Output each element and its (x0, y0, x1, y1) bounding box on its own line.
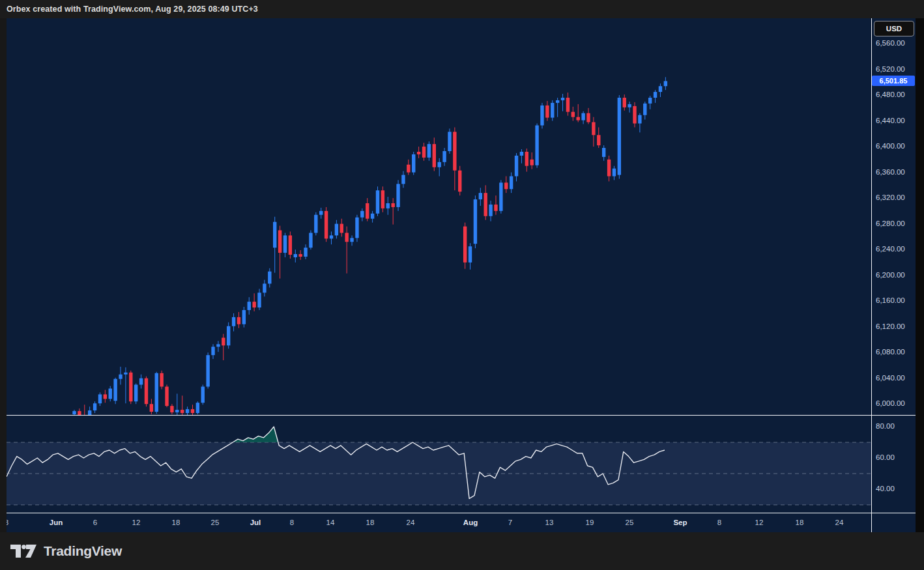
price-tick-label: 6,560.00 (876, 39, 905, 47)
candle-body (540, 106, 543, 126)
candle-body (427, 144, 431, 158)
candle-body (201, 387, 205, 403)
candle-body (366, 203, 369, 219)
candle-body (319, 211, 323, 215)
time-tick-label: 18 (366, 513, 375, 532)
time-tick-label: 25 (626, 513, 634, 532)
candle-body (494, 205, 497, 211)
candle-body (545, 106, 549, 118)
candle-body (437, 162, 440, 167)
candle-body (309, 233, 312, 248)
candle-body (664, 81, 667, 86)
candle-body (535, 125, 538, 165)
candle-body (72, 411, 76, 414)
candle-body (191, 409, 194, 413)
rsi-pane[interactable] (7, 415, 871, 513)
price-axis[interactable]: USD 6,501.85 6,560.006,520.006,480.006,4… (871, 18, 916, 532)
candle-body (360, 211, 364, 218)
candle-body (391, 203, 394, 207)
candle-body (222, 337, 225, 345)
candle-body (257, 292, 261, 307)
time-tick-label: 24 (407, 513, 415, 532)
candle-body (648, 98, 652, 104)
candle-body (525, 152, 528, 166)
tradingview-logo[interactable]: TradingView (10, 543, 122, 559)
price-tick-label: 6,120.00 (876, 322, 905, 330)
candle-body (165, 387, 168, 406)
candle-body (510, 177, 513, 190)
candle-body (463, 227, 467, 263)
candle-body (613, 169, 616, 177)
price-tick-label: 6,280.00 (876, 220, 905, 227)
candle-body (350, 238, 353, 242)
candle-body (484, 193, 487, 216)
candle-body (453, 132, 456, 170)
candle-body (556, 100, 559, 103)
candle-body (325, 211, 328, 238)
candle-body (93, 403, 96, 410)
candle-body (268, 272, 271, 284)
candle-body (98, 394, 102, 403)
price-tick-label: 6,200.00 (876, 271, 905, 279)
time-tick-label: 12 (755, 513, 764, 532)
candle-body (119, 375, 122, 379)
candle-body (298, 254, 302, 257)
candle-body (371, 214, 374, 219)
price-tick-label: 6,400.00 (876, 142, 905, 150)
rsi-chart (7, 415, 871, 513)
price-pane[interactable] (7, 18, 871, 415)
candle-body (273, 222, 276, 248)
candle-body (515, 156, 518, 177)
time-tick-label: Aug (463, 513, 478, 532)
time-tick-label: 18 (172, 513, 180, 532)
candle-body (561, 98, 564, 100)
time-axis[interactable]: 3Jun6121825Jul8141824Aug7131925Sep812182… (7, 513, 924, 532)
time-tick-label: 19 (586, 513, 594, 532)
time-tick-label: 8 (717, 513, 721, 532)
candle-body (530, 160, 534, 165)
time-tick-label: 24 (835, 513, 844, 532)
candle-body (407, 165, 410, 173)
candle-body (88, 410, 91, 415)
candle-body (237, 317, 240, 324)
candle-body (597, 135, 600, 145)
candle-body (170, 406, 173, 412)
pane-separator[interactable] (7, 415, 924, 416)
candle-body (227, 326, 230, 346)
candle-body (345, 233, 348, 242)
price-tick-label: 6,440.00 (876, 117, 905, 124)
candle-body (340, 224, 343, 233)
price-tick-label: 6,520.00 (876, 65, 905, 73)
candle-body (448, 132, 451, 151)
candle-body (643, 104, 646, 115)
price-tick-label: 6,160.00 (876, 296, 905, 304)
price-tick-label: 6,000.00 (876, 399, 905, 407)
tradingview-logo-icon (10, 544, 38, 559)
candle-body (376, 190, 379, 214)
candle-body (638, 115, 641, 124)
price-tick-label: 6,360.00 (876, 168, 905, 176)
candle-body (278, 230, 282, 253)
rsi-tick-label: 80.00 (876, 422, 895, 430)
candle-body (145, 378, 148, 405)
candle-body (252, 302, 255, 307)
time-tick-label: 12 (132, 513, 141, 532)
time-tick-label: 8 (290, 513, 294, 532)
candle-body (520, 152, 523, 156)
candle-body (396, 184, 399, 207)
time-tick-label: Jun (50, 513, 63, 532)
candlestick-chart (7, 18, 871, 415)
candle-body (592, 122, 595, 135)
candle-body (602, 148, 605, 157)
candle-body (134, 385, 137, 402)
candle-body (577, 117, 580, 121)
currency-button[interactable]: USD (874, 21, 914, 36)
candle-body (499, 182, 502, 210)
candle-body (479, 193, 482, 199)
candle-body (186, 409, 189, 413)
candle-body (113, 379, 117, 401)
candle-body (211, 347, 214, 355)
last-price-badge: 6,501.85 (872, 76, 915, 86)
candle-body (104, 394, 107, 399)
candle-body (607, 160, 611, 177)
